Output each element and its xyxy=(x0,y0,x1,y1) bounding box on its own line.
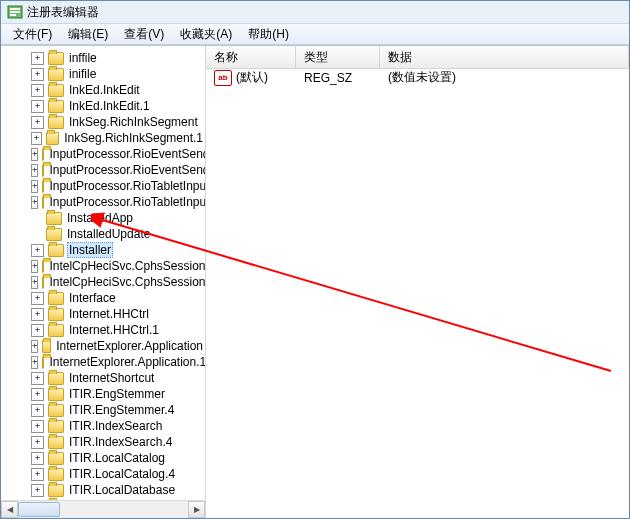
expand-icon[interactable]: + xyxy=(31,164,38,177)
folder-icon xyxy=(48,484,64,497)
tree-node-label: InputProcessor.RioEventSender xyxy=(47,147,206,161)
tree-node[interactable]: +InkEd.InkEdit.1 xyxy=(5,98,205,114)
list-row[interactable]: ab (默认) REG_SZ (数值未设置) xyxy=(206,69,629,86)
tree-node-label: ITIR.EngStemmer xyxy=(67,387,167,401)
tree-node[interactable]: +InternetExplorer.Application.1 xyxy=(5,354,205,370)
value-type: REG_SZ xyxy=(296,71,380,85)
svg-rect-1 xyxy=(10,8,20,10)
folder-icon xyxy=(42,196,44,209)
expand-icon[interactable]: + xyxy=(31,260,38,273)
tree-node[interactable]: +ITIR.IndexSearch xyxy=(5,418,205,434)
folder-icon xyxy=(48,52,64,65)
expand-icon[interactable]: + xyxy=(31,148,38,161)
folder-icon xyxy=(42,180,44,193)
expand-icon[interactable]: + xyxy=(31,52,44,65)
tree-node-label: InkEd.InkEdit xyxy=(67,83,142,97)
column-name[interactable]: 名称 xyxy=(206,46,296,68)
expand-placeholder xyxy=(31,229,42,240)
expand-icon[interactable]: + xyxy=(31,132,42,145)
tree-node[interactable]: +InternetExplorer.Application xyxy=(5,338,205,354)
window-title: 注册表编辑器 xyxy=(27,4,99,21)
tree-node-label: IntelCpHeciSvc.CphsSession xyxy=(47,259,206,273)
menu-favorites[interactable]: 收藏夹(A) xyxy=(172,24,240,45)
tree-node[interactable]: +InternetShortcut xyxy=(5,370,205,386)
expand-icon[interactable]: + xyxy=(31,116,44,129)
expand-icon[interactable]: + xyxy=(31,292,44,305)
tree-node[interactable]: +Internet.HHCtrl xyxy=(5,306,205,322)
tree-node[interactable]: +inifile xyxy=(5,66,205,82)
tree-node-label: InternetExplorer.Application xyxy=(54,339,205,353)
expand-icon[interactable]: + xyxy=(31,276,38,289)
expand-icon[interactable]: + xyxy=(31,484,44,497)
list-pane: 名称 类型 数据 ab (默认) REG_SZ (数值未设置) xyxy=(206,46,629,518)
titlebar[interactable]: 注册表编辑器 xyxy=(1,1,629,23)
expand-icon[interactable]: + xyxy=(31,468,44,481)
expand-icon[interactable]: + xyxy=(31,68,44,81)
column-type[interactable]: 类型 xyxy=(296,46,380,68)
scroll-left-button[interactable]: ◀ xyxy=(1,501,18,518)
folder-icon xyxy=(48,244,64,257)
tree-node[interactable]: +InputProcessor.RioEventSender xyxy=(5,146,205,162)
tree-node-label: InputProcessor.RioTabletInput xyxy=(47,179,206,193)
tree-node[interactable]: +InputProcessor.RioTabletInput.1 xyxy=(5,194,205,210)
list-body[interactable]: ab (默认) REG_SZ (数值未设置) xyxy=(206,69,629,518)
tree-horizontal-scrollbar[interactable]: ◀ ▶ xyxy=(1,500,205,518)
expand-icon[interactable]: + xyxy=(31,308,44,321)
tree-node[interactable]: +InputProcessor.RioTabletInput xyxy=(5,178,205,194)
tree-node[interactable]: +Installer xyxy=(5,242,205,258)
expand-icon[interactable]: + xyxy=(31,452,44,465)
tree-node[interactable]: +IntelCpHeciSvc.CphsSession xyxy=(5,258,205,274)
expand-icon[interactable]: + xyxy=(31,372,44,385)
scroll-right-button[interactable]: ▶ xyxy=(188,501,205,518)
tree-node[interactable]: +IntelCpHeciSvc.CphsSession.1 xyxy=(5,274,205,290)
menu-edit[interactable]: 编辑(E) xyxy=(60,24,116,45)
folder-icon xyxy=(48,116,64,129)
expand-icon[interactable]: + xyxy=(31,388,44,401)
tree-node-label: ITIR.LocalDatabase xyxy=(67,483,177,497)
tree-node[interactable]: +ITIR.EngStemmer.4 xyxy=(5,402,205,418)
expand-icon[interactable]: + xyxy=(31,340,38,353)
tree-node[interactable]: InstalledApp xyxy=(5,210,205,226)
expand-icon[interactable]: + xyxy=(31,100,44,113)
tree-node-label: InternetExplorer.Application.1 xyxy=(47,355,206,369)
menu-help[interactable]: 帮助(H) xyxy=(240,24,297,45)
tree-node[interactable]: +ITIR.LocalCatalog xyxy=(5,450,205,466)
tree-node[interactable]: +InkSeg.RichInkSegment xyxy=(5,114,205,130)
tree-node[interactable]: +Interface xyxy=(5,290,205,306)
menu-file[interactable]: 文件(F) xyxy=(5,24,60,45)
tree-node-label: ITIR.EngStemmer.4 xyxy=(67,403,176,417)
folder-icon xyxy=(42,340,51,353)
expand-icon[interactable]: + xyxy=(31,420,44,433)
menu-view[interactable]: 查看(V) xyxy=(116,24,172,45)
svg-rect-3 xyxy=(10,14,16,16)
tree-node[interactable]: +inffile xyxy=(5,50,205,66)
tree-node[interactable]: +InputProcessor.RioEventSender. xyxy=(5,162,205,178)
tree-node[interactable]: InstalledUpdate xyxy=(5,226,205,242)
tree-node[interactable]: +Internet.HHCtrl.1 xyxy=(5,322,205,338)
expand-icon[interactable]: + xyxy=(31,196,38,209)
tree-node[interactable]: +InkEd.InkEdit xyxy=(5,82,205,98)
folder-icon xyxy=(48,452,64,465)
column-data[interactable]: 数据 xyxy=(380,46,629,68)
tree-node-label: ITIR.IndexSearch.4 xyxy=(67,435,174,449)
expand-icon[interactable]: + xyxy=(31,356,38,369)
expand-icon[interactable]: + xyxy=(31,324,44,337)
expand-icon[interactable]: + xyxy=(31,84,44,97)
tree-node[interactable]: +ITIR.IndexSearch.4 xyxy=(5,434,205,450)
tree-node-label: ITIR.LocalCatalog xyxy=(67,451,167,465)
tree-pane[interactable]: +inffile+inifile+InkEd.InkEdit+InkEd.Ink… xyxy=(1,46,206,518)
expand-icon[interactable]: + xyxy=(31,244,44,257)
expand-icon[interactable]: + xyxy=(31,404,44,417)
tree-node-label: Installer xyxy=(67,242,113,258)
expand-icon[interactable]: + xyxy=(31,436,44,449)
tree-node[interactable]: +ITIR.LocalDatabase xyxy=(5,482,205,498)
menubar: 文件(F) 编辑(E) 查看(V) 收藏夹(A) 帮助(H) xyxy=(1,23,629,45)
tree-node[interactable]: +InkSeg.RichInkSegment.1 xyxy=(5,130,205,146)
tree-node[interactable]: +ITIR.EngStemmer xyxy=(5,386,205,402)
registry-editor-window: 注册表编辑器 文件(F) 编辑(E) 查看(V) 收藏夹(A) 帮助(H) +i… xyxy=(0,0,630,519)
scroll-track[interactable] xyxy=(18,501,188,518)
scroll-thumb[interactable] xyxy=(18,502,60,517)
tree-node[interactable]: +ITIR.LocalCatalog.4 xyxy=(5,466,205,482)
expand-icon[interactable]: + xyxy=(31,180,38,193)
list-header: 名称 类型 数据 xyxy=(206,46,629,69)
